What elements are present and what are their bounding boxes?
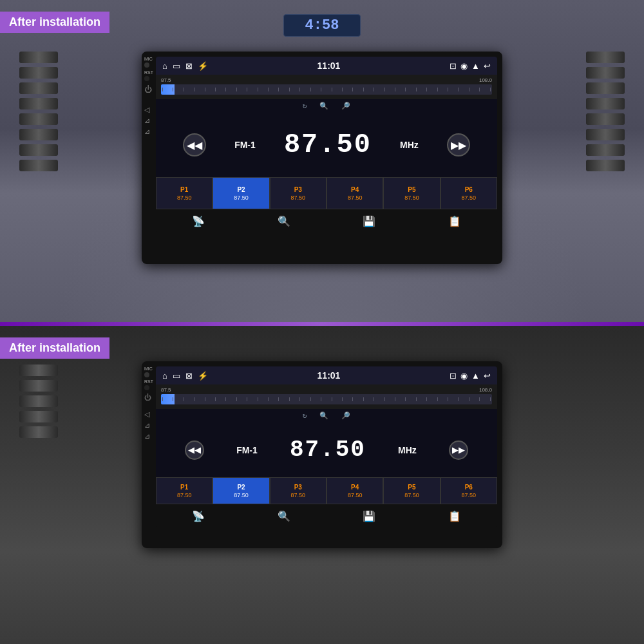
radio-main-top: ◀◀ FM-1 87.50 MHz ▶▶ [156,113,497,177]
preset-p1-bottom[interactable]: P1 87.50 [156,477,213,504]
status-bar-top: ⌂ ▭ ⊠ ⚡ 11:01 ⊡ ◉ ▲ ↩ [156,57,497,75]
next-button-top[interactable]: ▶▶ [447,133,470,156]
screen-bottom: ⌂ ▭ ⊠ ⚡ 11:01 ⊡ ◉ ▲ ↩ 87.5 108.0 [156,366,497,527]
bottom-panel: After installation MIC RST ⏻ ◁ ⊿ ⊿ ⌂ [0,326,644,644]
preset-p2-top[interactable]: P2 87.50 [213,177,269,209]
digital-clock-top: 4:58 [283,14,361,37]
list-icon-bottom[interactable]: 📋 [448,510,461,522]
scan-row-top: ↻ 🔍 🔎 [156,99,497,113]
wifi-icon-bottom[interactable]: 📡 [192,510,205,522]
preset-row-bottom: P1 87.50 P2 87.50 P3 87.50 P4 87.50 P5 [156,477,497,504]
preset-p1-top[interactable]: P1 87.50 [156,177,213,209]
preset-p4-top[interactable]: P4 87.50 [327,177,383,209]
next-button-bottom[interactable]: ▶▶ [449,440,468,460]
radio-unit-bottom: MIC RST ⏻ ◁ ⊿ ⊿ ⌂ ▭ ⊠ ⚡ 11:01 [142,361,502,548]
list-icon-top[interactable]: 📋 [448,215,461,227]
prev-button-bottom[interactable]: ◀◀ [185,440,204,460]
preset-p5-top[interactable]: P5 87.50 [383,177,440,209]
after-label-top: After installation [0,12,109,33]
preset-p3-bottom[interactable]: P3 87.50 [270,477,327,504]
status-bar-bottom: ⌂ ▭ ⊠ ⚡ 11:01 ⊡ ◉ ▲ ↩ [156,366,497,384]
save-icon-bottom[interactable]: 💾 [363,510,375,522]
after-label-bottom: After installation [0,337,109,359]
search-icon-top[interactable]: 🔍 [278,215,290,227]
screen-top: ⌂ ▭ ⊠ ⚡ 11:01 ⊡ ◉ ▲ ↩ 87.5 108.0 [156,57,497,232]
preset-p6-top[interactable]: P6 87.50 [440,177,497,209]
preset-p3-top[interactable]: P3 87.50 [270,177,327,209]
preset-row-top: P1 87.50 P2 87.50 P3 87.50 P4 87.50 P5 [156,177,497,209]
search-icon-bottom[interactable]: 🔍 [278,510,290,522]
wifi-icon-top[interactable]: 📡 [192,215,205,227]
mic-rst-labels-top: MIC RST ⏻ ◁ ⊿ ⊿ [144,57,153,136]
mic-rst-labels-bottom: MIC RST ⏻ ◁ ⊿ ⊿ [144,366,153,440]
radio-unit-top: MIC RST ⏻ ◁ ⊿ ⊿ ⌂ ▭ ⊠ ⚡ 11:01 [142,52,502,264]
vent-right-top [586,52,625,232]
preset-p6-bottom[interactable]: P6 87.50 [440,477,497,504]
preset-p5-bottom[interactable]: P5 87.50 [383,477,440,504]
prev-button-top[interactable]: ◀◀ [183,133,206,156]
vent-left-top [19,52,58,232]
freq-bar-bottom: 87.5 108.0 [156,384,497,409]
top-panel: After installation 4:58 ⚠ MIC RST [0,0,644,322]
vent-left-bottom [19,365,58,493]
preset-p4-bottom[interactable]: P4 87.50 [327,477,383,504]
freq-bar-top: 87.5 108.0 [156,75,497,99]
preset-p2-bottom[interactable]: P2 87.50 [213,477,269,504]
bottom-bar-top: 📡 🔍 💾 📋 [156,209,497,232]
scan-row-bottom: ↻ 🔍 🔎 [156,409,497,422]
radio-main-bottom: ◀◀ FM-1 87.50 MHz ▶▶ [156,422,497,477]
save-icon-top[interactable]: 💾 [363,215,375,227]
bottom-bar-bottom: 📡 🔍 💾 📋 [156,504,497,527]
